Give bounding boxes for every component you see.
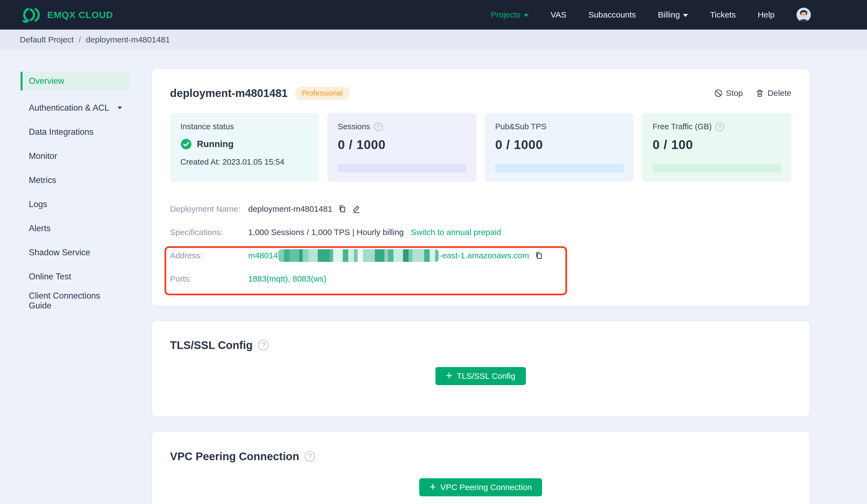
nav-vas[interactable]: VAS bbox=[550, 10, 567, 20]
traffic-value: 0 / 100 bbox=[653, 137, 781, 152]
add-tls-ssl-config-button[interactable]: + TLS/SSL Config bbox=[436, 367, 526, 385]
add-vpc-peering-button[interactable]: + VPC Peering Connection bbox=[419, 478, 542, 496]
tps-progress-bar bbox=[495, 164, 623, 173]
sessions-label: Sessions bbox=[338, 122, 370, 131]
traffic-label: Free Traffic (GB) bbox=[653, 122, 711, 131]
add-tls-ssl-config-label: TLS/SSL Config bbox=[457, 371, 515, 381]
nav-tickets[interactable]: Tickets bbox=[710, 10, 736, 20]
copy-name-button[interactable] bbox=[338, 205, 346, 213]
sidebar-item-label: Logs bbox=[29, 199, 47, 209]
check-circle-icon bbox=[180, 138, 192, 150]
main-content: deployment-m4801481 Professional Stop De… bbox=[152, 69, 810, 504]
traffic-progress-bar bbox=[653, 164, 781, 173]
specifications-label: Specifications: bbox=[170, 228, 248, 237]
nav-help[interactable]: Help bbox=[758, 10, 774, 20]
sidebar-item-logs[interactable]: Logs bbox=[21, 192, 130, 216]
add-vpc-peering-label: VPC Peering Connection bbox=[440, 483, 532, 492]
address-suffix: -east-1.amazonaws.com bbox=[439, 251, 529, 260]
plus-icon: + bbox=[446, 370, 452, 381]
vpc-peering-title: VPC Peering Connection bbox=[170, 450, 299, 463]
edit-name-button[interactable] bbox=[352, 205, 361, 213]
instance-status-label: Instance status bbox=[180, 122, 234, 131]
stop-button[interactable]: Stop bbox=[714, 88, 743, 98]
ports-row: Ports: 1883(mqtt), 8083(ws) bbox=[170, 267, 791, 291]
copy-icon bbox=[534, 251, 543, 260]
nav-subaccounts[interactable]: Subaccounts bbox=[588, 10, 636, 20]
chevron-down-icon bbox=[118, 107, 122, 109]
nav-projects-label: Projects bbox=[491, 10, 521, 20]
instance-status-card: Instance status Running Created At: 2023… bbox=[170, 113, 319, 182]
sidebar-item-label: Authentication & ACL bbox=[29, 103, 109, 113]
help-icon[interactable]: ? bbox=[258, 340, 268, 350]
stop-label: Stop bbox=[726, 88, 743, 98]
status-badge: Running bbox=[197, 139, 234, 149]
tps-label: Pub&Sub TPS bbox=[495, 122, 546, 131]
tls-ssl-header: TLS/SSL Config ? bbox=[170, 338, 791, 353]
nav-billing-label: Billing bbox=[658, 10, 680, 20]
sidebar: Overview Authentication & ACL Data Integ… bbox=[0, 72, 138, 313]
nav-help-label: Help bbox=[758, 10, 774, 20]
specifications-row: Specifications: 1,000 Sessions / 1,000 T… bbox=[170, 220, 791, 244]
page: EMQX CLOUD Projects VAS Subaccounts Bill… bbox=[0, 0, 867, 504]
sidebar-item-data-integrations[interactable]: Data Integrations bbox=[21, 120, 130, 144]
vpc-peering-header: VPC Peering Connection ? bbox=[170, 449, 791, 464]
nav-subaccounts-label: Subaccounts bbox=[588, 10, 636, 20]
breadcrumb: Default Project / deployment-m4801481 bbox=[0, 30, 867, 50]
breadcrumb-current: deployment-m4801481 bbox=[86, 35, 170, 44]
tls-ssl-title: TLS/SSL Config bbox=[170, 339, 253, 351]
copy-address-button[interactable] bbox=[534, 251, 543, 260]
sidebar-item-label: Metrics bbox=[29, 175, 56, 185]
deployment-overview-card: deployment-m4801481 Professional Stop De… bbox=[152, 69, 810, 306]
avatar-person-icon bbox=[796, 8, 811, 22]
pencil-icon bbox=[352, 205, 361, 213]
nav-projects[interactable]: Projects bbox=[491, 10, 529, 20]
sessions-progress-bar bbox=[338, 164, 466, 173]
ban-icon bbox=[714, 89, 723, 98]
sidebar-item-metrics[interactable]: Metrics bbox=[21, 168, 130, 192]
plan-badge: Professional bbox=[295, 87, 350, 100]
sidebar-item-label: Monitor bbox=[29, 151, 57, 161]
sidebar-item-alerts[interactable]: Alerts bbox=[21, 216, 130, 241]
sidebar-item-label: Data Integrations bbox=[29, 127, 94, 137]
breadcrumb-separator: / bbox=[79, 35, 81, 44]
address-label: Address: bbox=[170, 251, 248, 260]
deployment-header: deployment-m4801481 Professional Stop De… bbox=[170, 84, 791, 102]
sidebar-item-authentication-acl[interactable]: Authentication & ACL bbox=[21, 96, 130, 120]
page-title: deployment-m4801481 bbox=[170, 87, 288, 99]
deployment-name-value: deployment-m4801481 bbox=[248, 204, 332, 213]
sidebar-item-shadow-service[interactable]: Shadow Service bbox=[21, 241, 130, 265]
nav-tickets-label: Tickets bbox=[710, 10, 736, 20]
address-row: Address: m48014 -east-1.amazonaws.com bbox=[170, 244, 791, 267]
avatar[interactable] bbox=[796, 8, 811, 22]
help-icon[interactable]: ? bbox=[374, 122, 383, 131]
brand-title: EMQX CLOUD bbox=[47, 10, 113, 20]
sessions-card: Sessions ? 0 / 1000 bbox=[328, 113, 477, 182]
trash-icon bbox=[756, 89, 764, 98]
switch-annual-prepaid-link[interactable]: Switch to annual prepaid bbox=[411, 228, 501, 237]
sidebar-item-client-connections-guide[interactable]: Client Connections Guide bbox=[21, 289, 130, 313]
stats-row: Instance status Running Created At: 2023… bbox=[170, 113, 791, 182]
sidebar-item-online-test[interactable]: Online Test bbox=[21, 265, 130, 289]
nav-billing[interactable]: Billing bbox=[658, 10, 688, 20]
sidebar-item-label: Shadow Service bbox=[29, 248, 90, 258]
nav-vas-label: VAS bbox=[550, 10, 567, 20]
created-at: Created At: 2023.01.05 15:54 bbox=[180, 157, 309, 166]
top-nav: Projects VAS Subaccounts Billing Tickets… bbox=[491, 8, 811, 22]
deployment-details: Deployment Name: deployment-m4801481 bbox=[170, 197, 791, 291]
sidebar-item-label: Client Connections Guide bbox=[29, 291, 122, 311]
chevron-down-icon bbox=[683, 14, 688, 17]
pubsub-tps-card: Pub&Sub TPS 0 / 1000 bbox=[485, 113, 634, 182]
sidebar-item-overview[interactable]: Overview bbox=[21, 72, 130, 90]
sidebar-item-label: Alerts bbox=[29, 223, 51, 233]
emqx-logo[interactable]: EMQX CLOUD bbox=[20, 7, 113, 23]
deployment-actions: Stop Delete bbox=[714, 88, 791, 98]
delete-button[interactable]: Delete bbox=[756, 88, 791, 98]
address-redacted-mosaic bbox=[278, 249, 439, 262]
chevron-down-icon bbox=[524, 14, 529, 17]
help-icon[interactable]: ? bbox=[304, 451, 315, 462]
breadcrumb-project[interactable]: Default Project bbox=[20, 35, 74, 44]
help-icon[interactable]: ? bbox=[715, 122, 724, 131]
tps-value: 0 / 1000 bbox=[495, 137, 623, 152]
top-nav-bar: EMQX CLOUD Projects VAS Subaccounts Bill… bbox=[0, 0, 867, 30]
sidebar-item-monitor[interactable]: Monitor bbox=[21, 144, 130, 168]
